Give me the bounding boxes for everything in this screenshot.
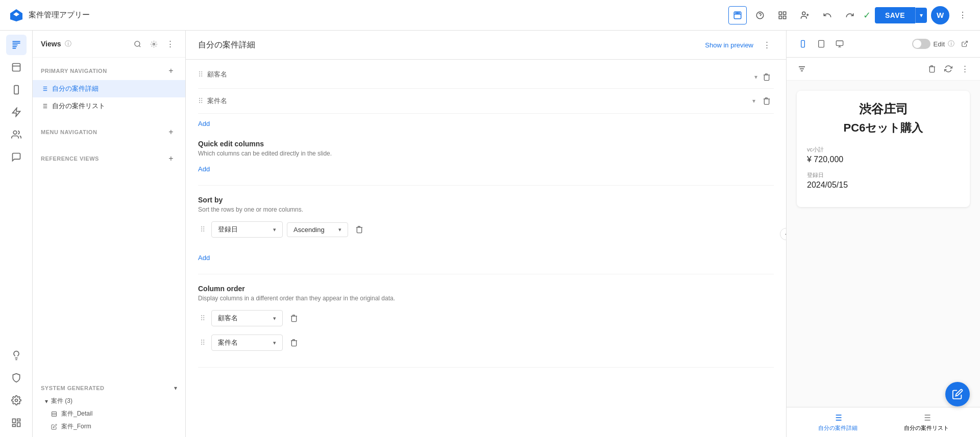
sort-add-btn[interactable]: Add [198,252,210,264]
preview-field-value-0: ¥ 720,000 [807,155,960,164]
add-link-above[interactable]: Add [198,118,210,130]
rail-icon-dashboard[interactable] [6,413,27,433]
sort-by-desc: Sort the rows by one or more columns. [198,206,774,213]
case-name-above-chevron[interactable]: ▾ [752,97,755,105]
drag-handle-case-above[interactable]: ⠿ [198,97,203,105]
menu-nav-label: MENU NAVIGATION [41,129,161,135]
svg-point-29 [153,43,155,45]
system-group-name: 案件 (3) [51,397,72,405]
preview-refresh-btn[interactable] [941,62,955,76]
svg-rect-42 [52,412,57,416]
system-item-detail[interactable]: 案件_Detail [37,407,185,420]
quick-edit-add-btn[interactable]: Add [198,163,210,175]
undo-btn[interactable] [818,6,837,24]
preview-more-btn[interactable]: ⋮ [958,62,972,76]
main-layout: Views ⓘ ⋮ PRIMARY NAVIGATION + 自分の案件詳細 [0,31,980,437]
sort-order-chevron: ▾ [338,226,341,233]
views-header: Views ⓘ ⋮ [33,31,185,58]
preview-panel: Edit ⓘ ⋮ [786,31,980,437]
column-order-title: Column order [198,285,774,293]
bottom-nav-case-detail[interactable]: 自分の案件詳細 [818,413,857,432]
sort-delete-btn[interactable] [352,222,366,237]
sort-order-value: Ascending [293,226,325,234]
rail-icon-lightning[interactable] [6,102,27,122]
bottom-nav-case-list[interactable]: 自分の案件リスト [904,413,949,432]
svg-rect-11 [783,16,786,18]
partial-dropdown[interactable]: ▾ [754,73,757,81]
preview-field-0: vc小計 ¥ 720,000 [807,146,960,164]
tablet-device-btn[interactable] [813,36,829,52]
rail-icon-mobile[interactable] [6,80,27,100]
preview-external-btn[interactable] [958,37,972,51]
mobile-device-btn[interactable] [795,36,811,52]
primary-nav-add-btn[interactable]: + [165,65,177,77]
nav-item-case-list-label: 自分の案件リスト [52,101,105,111]
views-more-btn[interactable]: ⋮ [163,37,177,51]
sort-order-dropdown[interactable]: Ascending ▾ [287,222,348,237]
system-generated-header[interactable]: SYSTEM GENERATED ▾ [33,381,185,395]
rail-icon-settings[interactable] [6,390,27,410]
svg-point-27 [134,41,139,46]
fab-edit-btn[interactable] [945,382,970,406]
svg-marker-18 [12,108,20,117]
preview-panel-inner: ⋮ 渋谷庄司 PC6セット購入 vc小計 ¥ 720,000 登録日 2024/… [787,58,980,437]
desktop-device-btn[interactable] [831,36,848,52]
sort-row-0: ⠿ 登録日 ▾ Ascending ▾ [198,219,774,240]
partial-text: 顧客名 [207,70,227,79]
svg-rect-9 [783,12,786,14]
col-row-0: ⠿ 顧客名 ▾ [198,308,774,328]
save-dropdown-btn[interactable]: ▾ [915,8,927,23]
col-drag-handle-1[interactable]: ⠿ [198,337,207,349]
col-delete-btn-0[interactable] [287,311,301,325]
show-in-preview-btn[interactable]: Show in preview [705,41,753,49]
settings-btn[interactable] [146,37,161,51]
svg-point-4 [737,12,738,13]
menu-nav-add-btn[interactable]: + [165,126,177,138]
rail-icon-lightbulb[interactable] [6,345,27,366]
rail-icon-pages[interactable] [6,57,27,78]
edit-toggle-switch[interactable] [912,39,930,49]
system-group-label[interactable]: ▾ 案件 (3) [37,395,185,407]
reference-views-add-btn[interactable]: + [165,152,177,165]
nav-item-case-list[interactable]: 自分の案件リスト [33,97,185,115]
rail-icon-views[interactable] [6,35,27,55]
preview-delete-btn[interactable] [925,62,939,76]
more-options-btn[interactable]: ⋮ [953,6,972,24]
case-name-above-delete[interactable] [760,94,774,108]
svg-rect-25 [17,423,20,427]
col-row-1: ⠿ 案件名 ▾ [198,332,774,353]
col-field-dropdown-0[interactable]: 顧客名 ▾ [211,310,283,326]
config-more-btn[interactable]: ⋮ [760,38,774,52]
drag-handle-top[interactable]: ⠿ [198,70,203,79]
nav-item-case-detail[interactable]: 自分の案件詳細 [33,80,185,97]
grid-icon-btn[interactable] [773,6,792,24]
rail-icon-shield[interactable] [6,368,27,388]
col-drag-handle-0[interactable]: ⠿ [198,312,207,324]
sort-field-dropdown[interactable]: 登録日 ▾ [211,221,283,238]
save-button[interactable]: SAVE [875,7,915,23]
search-btn[interactable] [130,37,144,51]
partial-delete-btn[interactable] [760,70,774,84]
user-avatar[interactable]: W [931,6,949,24]
system-item-detail-label: 案件_Detail [61,409,92,418]
preview-item-title: PC6セット購入 [807,120,960,136]
preview-filter-btn[interactable] [795,62,809,76]
sort-drag-handle[interactable]: ⠿ [198,223,207,236]
help-icon-btn[interactable] [751,6,769,24]
col-field-value-1: 案件名 [218,338,238,347]
logo-area: 案件管理アプリー [8,7,110,23]
add-person-btn[interactable] [796,6,814,24]
edit-info-icon: ⓘ [948,39,954,48]
col-delete-btn-1[interactable] [287,336,301,350]
rail-icon-users[interactable] [6,124,27,145]
top-header: 案件管理アプリー ✓ SAVE ▾ W ⋮ [0,0,980,31]
preview-person-name: 渋谷庄司 [807,101,960,117]
system-item-form-label: 案件_Form [61,422,91,431]
system-item-form[interactable]: 案件_Form [37,420,185,433]
rail-icon-chat[interactable] [6,147,27,167]
preview-icon-btn[interactable] [728,6,747,24]
svg-rect-26 [12,424,15,426]
config-title: 自分の案件詳細 [198,40,699,50]
col-field-dropdown-1[interactable]: 案件名 ▾ [211,335,283,351]
redo-btn[interactable] [841,6,859,24]
